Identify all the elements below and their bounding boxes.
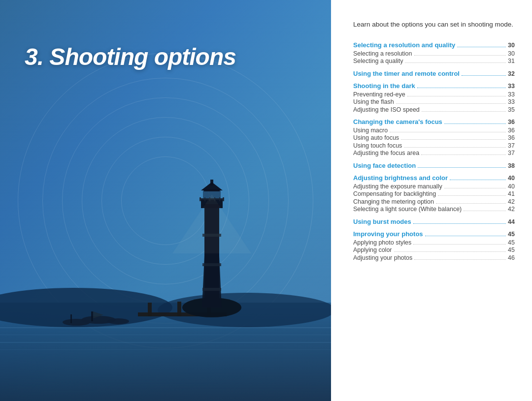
toc-page-number: 33 <box>508 92 515 98</box>
left-panel: 3. Shooting options <box>0 0 331 401</box>
chapter-title: 3. Shooting options <box>25 44 236 70</box>
toc-label: Selecting a resolution and quality <box>353 42 455 48</box>
toc-dots <box>396 103 506 104</box>
toc-dots <box>404 147 506 148</box>
right-panel: Learn about the options you can set in s… <box>331 0 532 401</box>
svg-rect-31 <box>0 327 331 328</box>
toc-item: Preventing red-eye33 <box>353 92 515 98</box>
toc-item: Adjusting your photos46 <box>353 255 515 261</box>
toc-dots <box>394 251 506 252</box>
toc-label: Using burst modes <box>353 218 411 225</box>
svg-rect-30 <box>219 197 220 201</box>
toc-dots <box>405 62 506 63</box>
svg-marker-35 <box>172 194 251 253</box>
toc-label: Improving your photos <box>353 231 423 237</box>
toc-item: Adjusting the focus area37 <box>353 150 515 156</box>
toc-section-header: Using burst modes44 <box>353 218 515 225</box>
svg-rect-26 <box>223 197 224 201</box>
toc-section-header: Changing the camera's focus36 <box>353 119 515 125</box>
toc-section-header: Selecting a resolution and quality30 <box>353 42 515 49</box>
toc-section-header: Using the timer and remote control32 <box>353 70 515 77</box>
toc-dots <box>457 47 506 47</box>
toc-item: Using auto focus36 <box>353 135 515 141</box>
toc-label: Adjusting the exposure manually <box>353 184 442 190</box>
toc-item: Applying photo styles45 <box>353 240 515 246</box>
toc-page-number: 37 <box>508 150 515 156</box>
toc-dots <box>425 236 506 236</box>
toc-page-number: 45 <box>508 240 515 246</box>
toc-page-number: 35 <box>508 107 515 113</box>
toc-page-number: 42 <box>508 206 515 213</box>
toc-label: Adjusting brightness and color <box>353 175 448 181</box>
toc-item: Using macro36 <box>353 127 515 134</box>
toc-item: Selecting a resolution30 <box>353 51 515 57</box>
toc-section-header: Improving your photos45 <box>353 231 515 238</box>
toc-item: Adjusting the exposure manually40 <box>353 184 515 190</box>
toc-dots <box>421 154 506 155</box>
toc-page-number: 37 <box>508 143 515 149</box>
toc-page-number: 46 <box>508 255 515 261</box>
svg-point-12 <box>107 318 129 324</box>
toc-label: Using the timer and remote control <box>353 70 460 77</box>
toc-label: Using face detection <box>353 162 416 169</box>
toc-page-number: 44 <box>508 219 515 225</box>
toc-dots <box>462 75 506 76</box>
toc-dots <box>436 203 506 204</box>
svg-rect-25 <box>200 197 201 201</box>
toc-page-number: 45 <box>508 231 515 238</box>
toc-item: Adjusting the ISO speed35 <box>353 107 515 113</box>
svg-rect-23 <box>210 180 213 185</box>
toc-page-number: 40 <box>508 184 515 190</box>
toc-label: Selecting a light source (White balance) <box>353 206 462 213</box>
toc-label: Selecting a resolution <box>353 51 412 57</box>
toc-item: Using the flash33 <box>353 99 515 105</box>
toc-page-number: 42 <box>508 199 515 205</box>
toc-dots <box>438 195 506 196</box>
svg-rect-27 <box>204 197 205 201</box>
svg-rect-18 <box>202 288 221 291</box>
toc-dots <box>444 188 506 188</box>
toc-dots <box>414 55 506 56</box>
toc-label: Using the flash <box>353 99 394 105</box>
svg-rect-5 <box>177 302 181 316</box>
toc-item: Selecting a quality31 <box>353 58 515 64</box>
svg-rect-32 <box>0 335 331 335</box>
toc-dots <box>418 167 506 168</box>
toc-section-header: Shooting in the dark33 <box>353 83 515 90</box>
toc-dots <box>414 259 506 260</box>
toc-label: Changing the metering option <box>353 199 434 205</box>
toc-dots <box>401 139 506 140</box>
toc-item: Applying color45 <box>353 247 515 253</box>
toc-dots <box>444 123 506 124</box>
toc-label: Preventing red-eye <box>353 92 405 98</box>
toc-label: Adjusting your photos <box>353 255 412 261</box>
toc-page-number: 30 <box>508 42 515 49</box>
svg-rect-4 <box>148 303 152 316</box>
svg-rect-11 <box>70 314 72 323</box>
svg-rect-8 <box>91 311 93 321</box>
toc-label: Adjusting the ISO speed <box>353 107 420 113</box>
toc-item: Compensating for backlighting41 <box>353 191 515 197</box>
toc-page-number: 32 <box>508 71 515 77</box>
svg-rect-33 <box>0 342 331 343</box>
toc-page-number: 36 <box>508 119 515 125</box>
svg-rect-17 <box>202 263 221 266</box>
toc-label: Compensating for backlighting <box>353 191 436 197</box>
toc-label: Adjusting the focus area <box>353 150 419 156</box>
toc-item: Changing the metering option42 <box>353 199 515 205</box>
toc-page-number: 33 <box>508 83 515 90</box>
toc-dots <box>413 223 506 224</box>
table-of-contents: Selecting a resolution and quality30Sele… <box>353 42 515 261</box>
toc-label: Applying color <box>353 247 392 253</box>
toc-page-number: 31 <box>508 58 515 64</box>
toc-page-number: 40 <box>508 175 515 182</box>
toc-page-number: 41 <box>508 191 515 197</box>
toc-item: Selecting a light source (White balance)… <box>353 206 515 213</box>
toc-dots <box>422 111 506 112</box>
toc-label: Using macro <box>353 127 388 134</box>
toc-page-number: 30 <box>508 51 515 57</box>
toc-label: Using touch focus <box>353 143 402 149</box>
toc-page-number: 33 <box>508 99 515 105</box>
toc-section-header: Using face detection38 <box>353 162 515 169</box>
toc-dots <box>464 211 506 211</box>
